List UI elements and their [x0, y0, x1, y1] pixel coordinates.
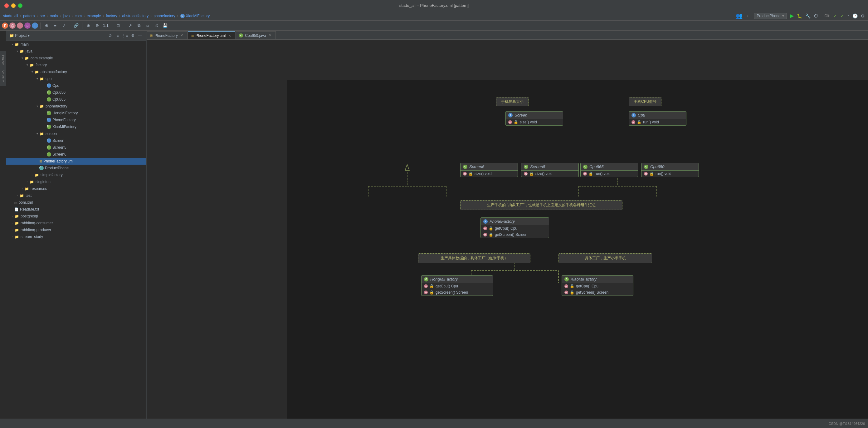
back-icon[interactable]: ←: [746, 13, 751, 19]
tree-item-screen6[interactable]: ▾ C Screen6: [6, 151, 146, 158]
breadcrumb-src[interactable]: src: [40, 14, 44, 18]
left-tab-project[interactable]: Project: [1, 53, 5, 66]
toolbar-layout[interactable]: ⤢: [60, 22, 68, 29]
tree-item-screen-folder[interactable]: ▾ 📁 screen: [6, 130, 146, 137]
tree-item-readme[interactable]: ▾ 📄 ReadMe.txt: [6, 206, 146, 213]
toolbar-zoom-in[interactable]: ⊕: [85, 22, 92, 29]
tree-item-main[interactable]: ▾ 📁 main: [6, 41, 146, 48]
git-check2-icon[interactable]: ✓: [840, 13, 844, 19]
tree-item-phonefactory-uml[interactable]: ▾ ⊞ PhoneFactory.uml: [6, 158, 146, 165]
run-config-selector[interactable]: ProductPhone ▾: [754, 13, 787, 19]
tab-close-phonefactory-uml[interactable]: ✕: [227, 33, 232, 38]
tree-item-screen5[interactable]: ▾ C Screen5: [6, 144, 146, 151]
tree-item-rabbitmq-producer[interactable]: › 📁 rabbitmq-producer: [6, 227, 146, 233]
toolbar-btn-m[interactable]: m: [17, 23, 23, 29]
breadcrumb-example[interactable]: example: [87, 14, 101, 18]
toolbar-btn-info[interactable]: i: [32, 23, 38, 29]
settings-icon[interactable]: ⚙: [861, 13, 865, 19]
toolbar-link[interactable]: 🔗: [72, 22, 80, 29]
tree-item-phonefactory-folder[interactable]: ▾ 📁 phonefactory: [6, 103, 146, 110]
coverage-icon[interactable]: 🔧: [805, 13, 811, 19]
toolbar-zoom-100[interactable]: 1:1: [102, 22, 110, 29]
tab-close-cpu650[interactable]: ✕: [268, 33, 272, 38]
toolbar-copy[interactable]: ⧉: [135, 22, 143, 29]
breadcrumb-xiaomifactory[interactable]: XiaoMiFactory: [186, 14, 210, 18]
sidebar-expand-btn[interactable]: ⋮≡: [122, 32, 128, 39]
toolbar-split[interactable]: ⧈: [144, 22, 151, 29]
tree-item-phonefactory-class[interactable]: ▾ I PhoneFactory: [6, 117, 146, 123]
cpu865-method-icon: m: [583, 172, 587, 176]
tree-item-simplefactory[interactable]: › 📁 simplefactory: [6, 172, 146, 178]
tree-item-test[interactable]: › 📁 test: [6, 192, 146, 199]
breadcrumb-java[interactable]: java: [63, 14, 69, 18]
screen5-node[interactable]: C Screen5 m 🔒 size() void: [521, 163, 579, 177]
toolbar-btn-p[interactable]: p: [24, 23, 31, 29]
cpu650-node[interactable]: C Cpu650 m 🔒 run() void: [641, 163, 699, 177]
profile-icon[interactable]: ⏱: [814, 13, 818, 19]
breadcrumb-stadu-all[interactable]: stadu_all: [3, 14, 18, 18]
toolbar-zoom-fit[interactable]: ⊕: [43, 22, 50, 29]
breadcrumb-com[interactable]: com: [74, 14, 82, 18]
tab-phonefactory-uml[interactable]: ⊞ PhoneFactory.uml ✕: [188, 31, 236, 39]
close-button[interactable]: [4, 3, 9, 8]
tree-item-screen-class[interactable]: ▾ I Screen: [6, 137, 146, 144]
tab-phonefactory[interactable]: ⊞ PhoneFactory ✕: [147, 31, 187, 39]
xiaomifactory-node[interactable]: C XiaoMiFactory m 🔒 getCpu() Cpu m 🔒 get…: [562, 275, 633, 296]
tree-container: ▾ 📁 main ▾ 📁 java ▾ 📁 com.example: [6, 41, 146, 240]
cpu865-node[interactable]: C Cpu865 m 🔒 run() void: [580, 163, 638, 177]
toolbar-btn-at[interactable]: @: [9, 23, 16, 29]
sidebar-locate-btn[interactable]: ⊙: [107, 32, 113, 39]
tree-item-stream-stady[interactable]: › 📁 stream_stady: [6, 233, 146, 240]
tree-item-abstrcactfactory[interactable]: ▾ 📁 abstrcactfactory: [6, 68, 146, 75]
toolbar-filter[interactable]: ≡: [52, 22, 59, 29]
sidebar-collapse-btn[interactable]: ≡: [115, 32, 121, 39]
git-check1-icon[interactable]: ✓: [833, 13, 837, 19]
tree-item-com-example[interactable]: ▾ 📁 com.example: [6, 55, 146, 61]
tree-item-singleton[interactable]: › 📁 singleton: [6, 178, 146, 185]
breadcrumb-pattern[interactable]: pattern: [23, 14, 35, 18]
hongmifactory-node[interactable]: C HongMiFactory m 🔒 getCpu() Cpu m 🔒 get…: [421, 275, 493, 296]
tree-item-xiaomifactory[interactable]: ▾ C XiaoMiFactory: [6, 123, 146, 130]
tree-item-hongmifactory[interactable]: ▾ C HongMiFactory: [6, 110, 146, 117]
cpu-node-header: I Cpu: [629, 112, 686, 119]
toolbar-zoom-out[interactable]: ⊖: [93, 22, 101, 29]
breadcrumb-factory[interactable]: factory: [106, 14, 117, 18]
maximize-button[interactable]: [18, 3, 23, 8]
breadcrumb-abstrcactfactory[interactable]: abstrcactfactory: [122, 14, 149, 18]
toolbar-btn-f[interactable]: F: [2, 23, 8, 29]
tree-item-resources[interactable]: › 📁 resources: [6, 185, 146, 192]
tree-item-cpu[interactable]: ▾ 📁 cpu: [6, 75, 146, 82]
sidebar-settings-btn[interactable]: ⚙: [129, 32, 136, 39]
git-history-icon[interactable]: 🕐: [852, 13, 858, 19]
toolbar-print[interactable]: 🖨: [153, 22, 160, 29]
cpu-node[interactable]: I Cpu m 🔒 run() void: [629, 111, 686, 125]
tree-item-factory[interactable]: ▾ 📁 factory: [6, 61, 146, 68]
left-tab-structure[interactable]: Structure: [1, 68, 5, 84]
tab-cpu650[interactable]: C Cpu650.java ✕: [236, 31, 276, 39]
run-button[interactable]: ▶: [790, 13, 794, 19]
people-icon[interactable]: 👥: [736, 12, 743, 19]
git-push-icon[interactable]: ↑: [847, 13, 849, 19]
tree-item-pomxml[interactable]: ▾ m pom.xml: [6, 199, 146, 206]
tree-item-java[interactable]: ▾ 📁 java: [6, 48, 146, 55]
tree-label-cpu: cpu: [45, 77, 52, 81]
tree-item-cpu-class[interactable]: ▾ I Cpu: [6, 82, 146, 89]
screen-node[interactable]: I Screen m 🔒 size() void: [505, 111, 563, 125]
tree-item-cpu650[interactable]: ▾ C Cpu650: [6, 89, 146, 96]
tree-item-productphone[interactable]: ▾ C ProductPhone: [6, 165, 146, 172]
phonefactory-node[interactable]: I PhoneFactory m 🔒 getCpu() Cpu m 🔒 getS…: [480, 218, 549, 238]
toolbar-export[interactable]: ↗: [126, 22, 134, 29]
tree-item-cpu865[interactable]: ▾ C Cpu865: [6, 96, 146, 103]
toolbar-fit-screen[interactable]: ⊡: [114, 22, 122, 29]
uml-canvas[interactable]: 手机屏幕大小 手机CPU型号 I Screen m 🔒 size() void: [287, 80, 868, 428]
toolbar-save[interactable]: 💾: [161, 22, 169, 29]
screen6-node[interactable]: C Screen6 m 🔒 size() void: [460, 163, 518, 177]
tree-item-postgresql[interactable]: › 📁 postgresql: [6, 213, 146, 220]
breadcrumb-phonefactory[interactable]: phonefactory: [154, 14, 175, 18]
tree-item-rabbitmq-consumer[interactable]: › 📁 rabbitmq-consumer: [6, 220, 146, 227]
sidebar-close-btn[interactable]: —: [137, 32, 143, 39]
minimize-button[interactable]: [11, 3, 16, 8]
tab-close-phonefactory[interactable]: ✕: [180, 33, 184, 38]
debug-icon[interactable]: 🐛: [797, 13, 802, 19]
breadcrumb-main[interactable]: main: [50, 14, 58, 18]
